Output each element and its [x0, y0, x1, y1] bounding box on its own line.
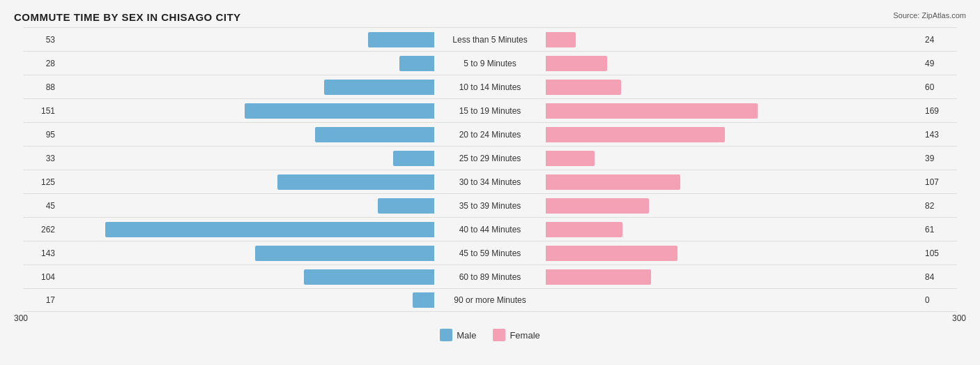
bars-area: 60 to 89 Minutes [58, 265, 922, 289]
row-label: 45 to 59 Minutes [434, 248, 546, 258]
male-bar [413, 292, 434, 308]
chart-row: 1790 or more Minutes0 [23, 288, 957, 312]
chart-inner: 53Less than 5 Minutes24285 to 9 Minutes4… [23, 27, 957, 312]
male-bar [393, 151, 434, 166]
female-value: 107 [922, 177, 957, 187]
female-bar-container [546, 56, 922, 71]
chart-container: COMMUTE TIME BY SEX IN CHISAGO CITY Sour… [0, 0, 980, 350]
female-value: 49 [922, 59, 957, 68]
bars-area: 40 to 44 Minutes [58, 218, 922, 241]
row-label: 40 to 44 Minutes [434, 225, 546, 234]
legend-male-box [440, 329, 452, 341]
male-value: 262 [23, 225, 58, 234]
male-value: 151 [23, 106, 58, 116]
female-value: 39 [922, 154, 957, 163]
female-bar-container [546, 222, 922, 237]
chart-row: 4535 to 39 Minutes82 [23, 193, 957, 217]
female-value: 105 [922, 248, 957, 258]
female-value: 84 [922, 272, 957, 282]
legend-male-label: Male [457, 330, 476, 341]
male-bar-container [58, 32, 434, 47]
male-bar [324, 80, 434, 95]
male-value: 17 [23, 295, 58, 305]
female-value: 169 [922, 106, 957, 116]
male-bar-container [58, 198, 434, 214]
female-value: 143 [922, 130, 957, 140]
male-value: 95 [23, 130, 58, 140]
bars-area: 25 to 29 Minutes [58, 147, 922, 170]
bars-area: 45 to 59 Minutes [58, 241, 922, 265]
row-label: 15 to 19 Minutes [434, 106, 546, 116]
male-bar [378, 198, 434, 214]
row-label: 35 to 39 Minutes [434, 201, 546, 211]
male-bar [105, 222, 434, 237]
female-bar [546, 246, 677, 261]
row-label: Less than 5 Minutes [434, 35, 546, 45]
bars-area: 15 to 19 Minutes [58, 99, 922, 123]
male-bar [245, 103, 434, 119]
male-bar-container [58, 103, 434, 119]
legend-female-box [493, 329, 505, 341]
chart-row: 53Less than 5 Minutes24 [23, 27, 957, 51]
row-label: 30 to 34 Minutes [434, 177, 546, 187]
bars-area: 10 to 14 Minutes [58, 75, 922, 99]
row-label: 10 to 14 Minutes [434, 82, 546, 92]
male-bar [304, 269, 434, 285]
female-bar-container [546, 246, 922, 261]
male-bar-container [58, 151, 434, 166]
male-bar [368, 32, 434, 47]
male-value: 53 [23, 35, 58, 45]
bars-area: 20 to 24 Minutes [58, 123, 922, 147]
male-bar-container [58, 222, 434, 237]
chart-row: 26240 to 44 Minutes61 [23, 217, 957, 241]
female-bar [546, 127, 725, 142]
female-bar [546, 80, 621, 95]
male-bar [277, 174, 434, 190]
legend-female-label: Female [510, 330, 539, 341]
female-bar-container [546, 103, 922, 119]
axis-right-label: 300 [952, 313, 966, 323]
male-bar-container [58, 246, 434, 261]
female-value: 24 [922, 35, 957, 45]
row-label: 5 to 9 Minutes [434, 59, 546, 68]
female-bar [546, 269, 651, 285]
male-value: 33 [23, 154, 58, 163]
female-value: 82 [922, 201, 957, 211]
female-bar-container [546, 269, 922, 285]
female-bar-container [546, 151, 922, 166]
male-value: 104 [23, 272, 58, 282]
female-bar [546, 174, 680, 190]
female-bar [546, 32, 576, 47]
legend-male: Male [440, 329, 476, 341]
female-value: 61 [922, 225, 957, 234]
male-value: 125 [23, 177, 58, 187]
row-label: 90 or more Minutes [434, 295, 546, 305]
chart-row: 14345 to 59 Minutes105 [23, 241, 957, 265]
female-bar [546, 222, 622, 237]
male-bar-container [58, 127, 434, 142]
bars-area: 35 to 39 Minutes [58, 194, 922, 218]
male-bar [255, 246, 434, 261]
male-value: 28 [23, 59, 58, 68]
chart-row: 285 to 9 Minutes49 [23, 51, 957, 75]
axis-labels: 300 300 [14, 313, 966, 323]
female-bar-container [546, 32, 922, 47]
male-value: 45 [23, 201, 58, 211]
chart-row: 3325 to 29 Minutes39 [23, 146, 957, 170]
female-bar-container [546, 80, 922, 95]
male-bar-container [58, 174, 434, 190]
chart-title: COMMUTE TIME BY SEX IN CHISAGO CITY [14, 11, 966, 23]
bars-area: 90 or more Minutes [58, 288, 922, 312]
male-value: 143 [23, 248, 58, 258]
chart-row: 12530 to 34 Minutes107 [23, 170, 957, 193]
row-label: 25 to 29 Minutes [434, 154, 546, 163]
row-label: 20 to 24 Minutes [434, 130, 546, 140]
male-bar-container [58, 292, 434, 308]
female-bar-container [546, 174, 922, 190]
female-bar-container [546, 198, 922, 214]
male-bar-container [58, 80, 434, 95]
male-bar-container [58, 269, 434, 285]
axis-left-label: 300 [14, 313, 28, 323]
bars-area: Less than 5 Minutes [58, 28, 922, 52]
bars-area: 30 to 34 Minutes [58, 170, 922, 194]
